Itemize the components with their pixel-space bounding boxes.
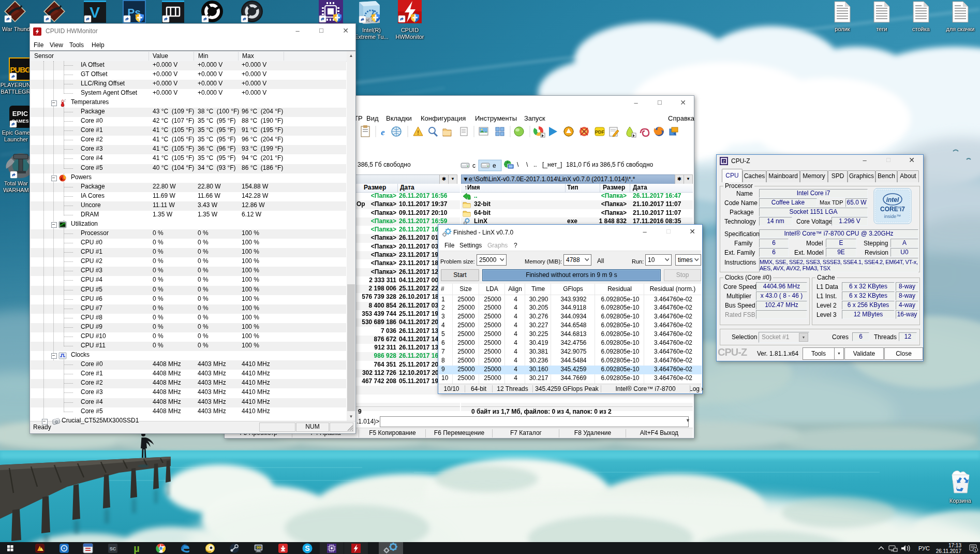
svg-text:1: 1 [974, 548, 976, 552]
svg-text:!: ! [417, 129, 419, 136]
svg-text:EPIC: EPIC [12, 110, 28, 118]
svg-text:µ: µ [133, 543, 140, 554]
svg-text:99: 99 [257, 545, 261, 550]
svg-text:e: e [493, 162, 496, 169]
svg-text:intel: intel [886, 196, 899, 203]
svg-text:Z: Z [723, 159, 725, 163]
svg-text:S: S [305, 544, 309, 552]
svg-text:SC: SC [110, 546, 116, 551]
svg-text:e: e [381, 127, 385, 137]
svg-text:inside™: inside™ [884, 214, 901, 219]
svg-text:c: c [472, 162, 476, 169]
svg-text:CORE’i7: CORE’i7 [880, 206, 905, 213]
svg-text:PDF: PDF [595, 129, 605, 135]
svg-text:PUBG: PUBG [10, 65, 31, 74]
svg-text:РУС: РУС [918, 545, 930, 551]
